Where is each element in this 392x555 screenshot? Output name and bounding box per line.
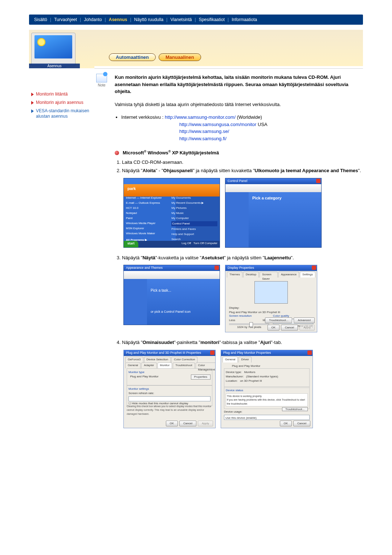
sidebar-link-connection[interactable]: Monitorin liitäntä (29, 90, 94, 98)
section-bullet-icon (115, 151, 119, 155)
nav-item[interactable]: Spesifikaatiot (197, 17, 227, 22)
note-column: Note (94, 74, 109, 87)
nav-item[interactable]: Johdanto (82, 17, 104, 22)
screenshot-display-properties: Display Properties ThemesDesktop Screen … (225, 265, 317, 332)
intro-bold: Kun monitorin ajurin käyttöjärjestelmä k… (115, 74, 348, 94)
step-3: Näpäytä "Näytä"-kuvaketta ja valitse "As… (122, 254, 363, 262)
start-button: start (124, 241, 138, 247)
links-list: Internet verkkosivu : http://www.samsung… (121, 114, 363, 142)
link-fi[interactable]: http://www.samsung.fi/ (179, 136, 226, 141)
screenshot-advanced-monitor-tab: Plug and Play Monitor and 3D Prophet III… (123, 350, 216, 428)
sidebar-link-driver-install[interactable]: Monitorin ajurin asennus (29, 98, 94, 107)
note-label: Note (94, 83, 109, 87)
arrow-icon (31, 101, 34, 105)
step-1: Laita CD CD-ROM-asemaan. (122, 159, 363, 166)
sidebar-link-vesa-mount[interactable]: VESA-standardin mukaisen alustan asennus (29, 107, 94, 121)
hero-banner: Asennus (29, 30, 94, 68)
hero-caption: Asennus (29, 64, 80, 68)
step-2: Näpäytä "Aloita" - "Ohjauspaneli" ja näp… (122, 167, 363, 174)
screenshot-appearance-themes: Appearance and Themes Pick a task... or … (123, 265, 220, 325)
intro-plain: Valmista tyhjä disketti ja lataa ajurin … (115, 101, 363, 108)
nav-item[interactable]: Sisältö (32, 17, 49, 22)
tab-automatic[interactable]: Automaattinen (109, 53, 156, 61)
link-usa[interactable]: http://www.samsungusa.com/monitor (179, 122, 256, 127)
divider (94, 68, 363, 69)
tab-manual[interactable]: Manuaalinen (159, 53, 201, 61)
screenshot-start-menu: park Internet — Internet ExplorerE-mail … (123, 178, 220, 248)
nav-item[interactable]: Vianetsintä (168, 17, 194, 22)
step-4: Näpäytä "Ominaisuudet"-painiketta "monit… (122, 339, 363, 346)
monitor-illustration (31, 33, 75, 66)
nav-item[interactable]: Informaatiota (229, 17, 259, 22)
link-usa-suffix: USA (256, 122, 267, 127)
screenshot-control-panel: Control Panel Pick a category (225, 178, 322, 248)
nav-item[interactable]: Turvaohjeet (52, 17, 79, 22)
start-user: park (124, 184, 220, 197)
nav-item[interactable]: Näyttö ruudulla (132, 17, 166, 22)
arrow-icon (31, 109, 34, 113)
link-worldwide-suffix: (Worldwide) (237, 114, 262, 120)
note-icon (96, 74, 107, 82)
section-title: Microsoft® Windows® XP Käyttöjärjestelmä (123, 149, 219, 157)
screenshot-monitor-properties: Plug and Play Monitor Properties General… (221, 350, 313, 428)
nav-item-active[interactable]: Asennus (107, 17, 130, 22)
links-label: Internet verkkosivu : (121, 114, 165, 120)
link-worldwide[interactable]: http://www.samsung-monitor.com/ (165, 114, 236, 120)
arrow-icon (31, 93, 34, 96)
link-se[interactable]: http://www.samsung.se/ (179, 129, 229, 134)
top-nav: Sisältö| Turvaohjeet| Johdanto| Asennus|… (29, 15, 363, 25)
